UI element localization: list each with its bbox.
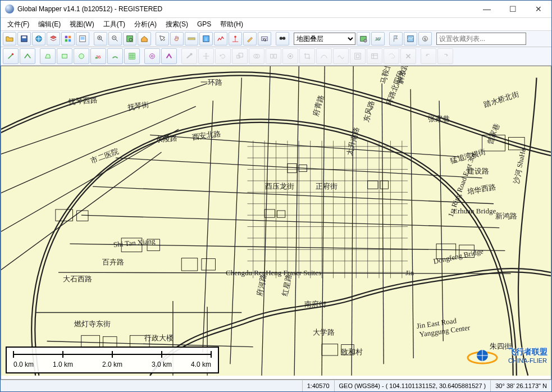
overlay-select[interactable]: 地图叠层 [294,33,355,45]
smooth-button[interactable] [333,48,349,64]
create-rect-button[interactable] [57,48,72,64]
create-line-button[interactable] [20,48,35,64]
svg-rect-3 [65,36,67,38]
menubar: 文件(F) 编辑(E) 视图(W) 工具(T) 分析(A) 搜索(S) GPS … [1,18,551,31]
menu-tools[interactable]: 工具(T) [99,19,130,30]
svg-text:i: i [206,37,207,42]
svg-point-30 [79,54,84,59]
create-grid-button[interactable] [124,48,140,64]
image-rectify-button[interactable] [404,32,417,45]
configure-button[interactable] [61,32,75,45]
minimize-button[interactable]: — [474,1,500,17]
create-area-button[interactable] [40,48,56,64]
svg-rect-21 [282,38,283,39]
profile-tool-button[interactable] [214,32,227,45]
svg-rect-37 [237,55,240,58]
svg-point-23 [364,39,367,42]
online-sources-button[interactable] [32,32,45,45]
map-viewport[interactable]: 一环路抚琴西路抚琴街永陵路西安北路张家巷马鞍北路解放路环路北四段建设路新鸿路猛追… [1,66,551,380]
scale-tick-0: 0.0 km [13,361,34,368]
maximize-button[interactable]: ☐ [500,1,526,17]
menu-gps[interactable]: GPS [193,19,216,29]
redo-button[interactable] [437,48,453,64]
crop-button[interactable] [299,48,315,64]
svg-rect-42 [274,54,276,58]
find-button[interactable] [276,32,289,45]
create-arc-button[interactable] [107,48,123,64]
svg-text:S: S [424,37,427,41]
menu-help[interactable]: 帮助(H) [216,19,248,30]
app-icon [5,4,14,13]
create-range-ring-button[interactable] [144,48,160,64]
svg-rect-36 [190,53,193,56]
svg-rect-8 [81,37,85,40]
attribute-button[interactable] [367,48,382,64]
view-3d-button[interactable]: 3D [371,32,385,45]
layers-button[interactable] [47,32,60,45]
menu-search[interactable]: 搜索(S) [161,19,193,30]
coordinate-convert-button[interactable]: xy [258,32,271,45]
select-lasso-button[interactable] [384,48,399,64]
create-text-button[interactable]: 36 [90,48,106,64]
close-button[interactable]: ✕ [526,1,551,17]
overlay-options-button[interactable] [357,32,370,45]
map-canvas [1,66,551,376]
scale-tick-2: 2.0 km [102,361,122,368]
zoom-in-button[interactable] [94,32,107,45]
svg-point-44 [289,55,291,57]
combine-button[interactable] [249,48,264,64]
svg-rect-6 [69,39,71,42]
svg-text:xy: xy [263,37,267,42]
svg-rect-41 [271,54,273,58]
home-button[interactable] [138,32,151,45]
svg-rect-33 [129,53,135,60]
menu-analyze[interactable]: 分析(A) [130,19,161,30]
undo-button[interactable] [421,48,436,64]
menu-view[interactable]: 视图(W) [65,19,98,30]
scripts-button[interactable]: S [418,32,432,45]
digitizer-tool-button[interactable] [243,32,257,45]
svg-rect-47 [372,54,378,59]
svg-point-35 [151,55,153,57]
favorites-input[interactable] [436,33,526,45]
svg-rect-46 [356,54,359,57]
create-cogo-button[interactable] [161,48,177,64]
pointer-tool-button[interactable] [156,32,169,45]
scale-tick-4: 4.0 km [191,361,211,368]
zoom-full-button[interactable] [123,32,136,45]
svg-point-34 [150,54,155,59]
svg-rect-29 [62,54,67,58]
buffer-button[interactable] [282,48,298,64]
svg-point-28 [12,53,14,56]
save-button[interactable] [17,32,31,45]
titlebar: Global Mapper v14.1 (b120512) - REGISTER… [1,1,551,18]
delete-feature-button[interactable] [400,48,416,64]
zoom-out-button[interactable] [108,32,122,45]
feature-info-button[interactable]: i [199,32,213,45]
move-feature-button[interactable] [198,48,214,64]
create-circle-button[interactable] [74,48,89,64]
create-point-button[interactable] [3,48,19,64]
status-bar: 1:40570 GEO (WGS84) - ( 104.1101131152, … [1,380,551,391]
scale-bar: 0.0 km 1.0 km 2.0 km 3.0 km 4.0 km [6,347,219,373]
rotate-feature-button[interactable] [215,48,231,64]
svg-rect-32 [95,57,98,59]
split-button[interactable] [266,48,281,64]
status-latlon: 30° 38' 26.1173" N [490,380,551,391]
status-projection: GEO (WGS84) - ( 104.1101131152, 30.64058… [334,380,491,391]
svg-rect-5 [65,39,67,42]
toolbar-row-1: i xy 地图叠层 3D S [1,31,551,47]
gps-flag-button[interactable] [389,32,403,45]
measure-tool-button[interactable] [185,32,198,45]
scale-feature-button[interactable] [232,48,248,64]
svg-rect-1 [22,37,26,39]
menu-edit[interactable]: 编辑(E) [34,19,65,30]
edit-vertex-button[interactable] [181,48,197,64]
menu-file[interactable]: 文件(F) [3,19,34,30]
los-tool-button[interactable] [229,32,242,45]
map-layout-button[interactable] [76,32,89,45]
simplify-button[interactable] [316,48,332,64]
pan-tool-button[interactable] [170,32,184,45]
open-button[interactable] [3,32,16,45]
island-button[interactable] [350,48,366,64]
